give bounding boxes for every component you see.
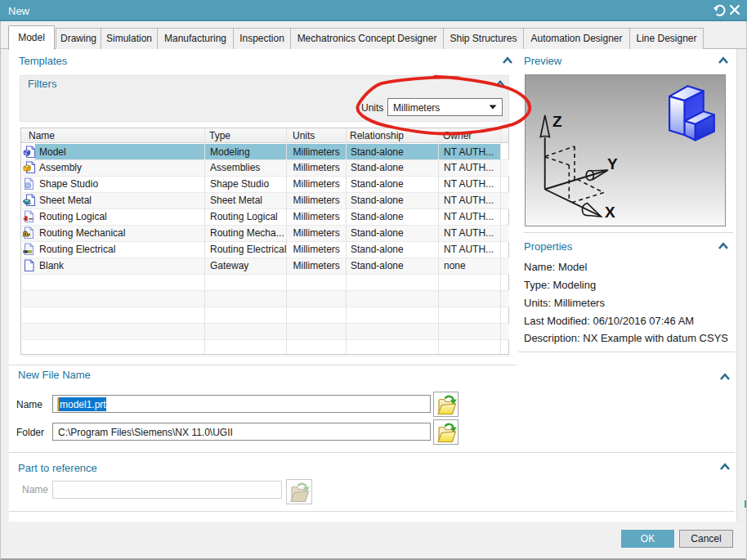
svg-text:X: X	[605, 204, 615, 221]
svg-text:Z: Z	[552, 113, 562, 130]
svg-text:Y: Y	[607, 155, 618, 172]
